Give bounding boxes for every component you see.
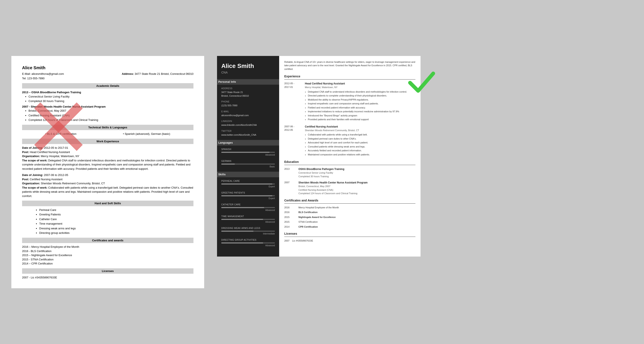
right-cert-4: 2015 STNA Certification xyxy=(284,220,416,224)
right-license: 2007 Lic #43558907633E xyxy=(284,239,416,243)
right-summary: Reliable, bi-lingual CNA of 10+ years in… xyxy=(284,60,416,71)
left-address: Address: 3477 State Route 21 Bristol, Co… xyxy=(122,72,194,76)
sidebar-skill-greeting: GREETING PATIENTS Expert xyxy=(221,191,275,200)
right-certs-label: Certificates and Awards xyxy=(284,198,416,204)
resume-right: Alice Smith CNA Personal Info Address 34… xyxy=(217,56,420,257)
resume-sidebar: Alice Smith CNA Personal Info Address 34… xyxy=(217,56,279,257)
right-cert-5: 2014 CPR Certification xyxy=(284,225,416,229)
sidebar-email: E-mail alicesmithcna@gmail.com xyxy=(221,110,275,117)
right-exp-2: 2007-06 - 2012-05 Certified Nursing Assi… xyxy=(284,125,416,157)
right-cert-2: 2016 BLS Certification xyxy=(284,210,416,214)
left-skills-row: • BLS & CPR certification • Spanish (adv… xyxy=(22,132,194,136)
left-license: 2007 - Lic #343558907633E xyxy=(22,275,194,280)
left-section-hard-soft: Hard and Soft Skills xyxy=(22,201,194,206)
sidebar-skill-catheter: CATHETER CARE Advanced xyxy=(221,203,275,212)
resume-left: Alice Smith E-Mail: alicesmithcna@gmail.… xyxy=(11,56,204,288)
right-title: CNA xyxy=(221,70,275,75)
left-work-content: Date of Joining: 2012-05 to 2017-01 Post… xyxy=(22,146,194,198)
left-section-work: Work Experience xyxy=(22,139,194,144)
left-contact-row: E-Mail: alicesmithcna@gmail.com Address:… xyxy=(22,72,194,76)
sidebar-skill-perineal: PERINEAL CARE Expert xyxy=(221,179,275,188)
left-section-certs: Certificates and awards xyxy=(22,238,194,243)
left-academic-content: 2013 – OSHA BloodBorne Pathogen Training… xyxy=(22,90,194,122)
sidebar-languages-list: SPANISH Advanced GERMAN Basic xyxy=(221,148,275,168)
sidebar-twitter: Twitter www.twitter.com/AliceSmith_CNA xyxy=(221,129,275,137)
sidebar-skill-directing: DIRECTING GROUP ACTIVITIES Advanced xyxy=(221,238,275,247)
left-work-2: Date of Joining: 2007-06 to 2012-05 Post… xyxy=(22,173,194,198)
right-licenses-label: Licenses xyxy=(284,231,416,237)
right-edu-1: 2013 OSHA BloodBorne Pathogen Training C… xyxy=(284,167,416,178)
sidebar-phone: Phone (123) 555-7890 xyxy=(221,100,275,107)
left-skill-left: • BLS & CPR certification xyxy=(46,132,76,136)
right-edu-2: 2007 Sheriden Woods Health Center Nurse … xyxy=(284,181,416,195)
sidebar-personal-info-label: Personal Info xyxy=(217,79,279,85)
right-name: Alice Smith xyxy=(221,62,275,70)
right-cert-3: 2015 Nightingale Award for Excellence xyxy=(284,215,416,219)
left-certs-content: 2016 – Mercy Hospital Employee of the Mo… xyxy=(22,245,194,266)
left-section-licenses: Licenses xyxy=(22,268,194,274)
right-education-label: Education xyxy=(284,160,416,165)
sidebar-linkedin: Linkedin www.linkedin.com/AliceSmithCNA xyxy=(221,120,275,127)
left-section-academic: Academic Details xyxy=(22,83,194,89)
right-experience-label: Experience xyxy=(284,74,416,80)
right-cert-1: 2016 Mercy Hospital Employee of the Mont… xyxy=(284,206,416,209)
right-exp-1: 2012-05 - 2017-01 Head Certified Nursing… xyxy=(284,82,416,122)
sidebar-skill-dressing: DRESSING WEAK ARMS AND LEGS Intermediate xyxy=(221,227,275,235)
sidebar-skills-label: Skills xyxy=(217,172,279,177)
resume-main-content: Reliable, bi-lingual CNA of 10+ years in… xyxy=(279,56,420,257)
left-tel: Tel: 123-555-7890 xyxy=(22,76,194,81)
left-email: E-Mail: alicesmithcna@gmail.com xyxy=(22,72,64,76)
sidebar-lang-german: GERMAN Basic xyxy=(221,159,275,168)
sidebar-languages-label: Languages xyxy=(217,140,279,146)
green-check-overlay xyxy=(408,69,436,98)
left-section-skills: Technical Skills & Languages xyxy=(22,125,194,130)
sidebar-lang-spanish: SPANISH Advanced xyxy=(221,148,275,156)
sidebar-address: Address 3477 State Route 21Bristol, Conn… xyxy=(221,87,275,98)
sidebar-skill-time: TIME MANAGEMENT Advanced xyxy=(221,215,275,224)
page-container: Alice Smith E-Mail: alicesmithcna@gmail.… xyxy=(11,56,633,288)
sidebar-skills-list: PERINEAL CARE Expert GREETING PATIENTS E… xyxy=(221,179,275,247)
left-skill-right: • Spanish (advanced), German (basic) xyxy=(123,132,170,136)
left-work-1: Date of Joining: 2012-05 to 2017-01 Post… xyxy=(22,146,194,171)
left-name: Alice Smith xyxy=(22,65,194,71)
left-hard-soft-list: Perineal Care Greeting Patients Catheter… xyxy=(39,208,194,235)
green-check-icon xyxy=(408,69,436,97)
